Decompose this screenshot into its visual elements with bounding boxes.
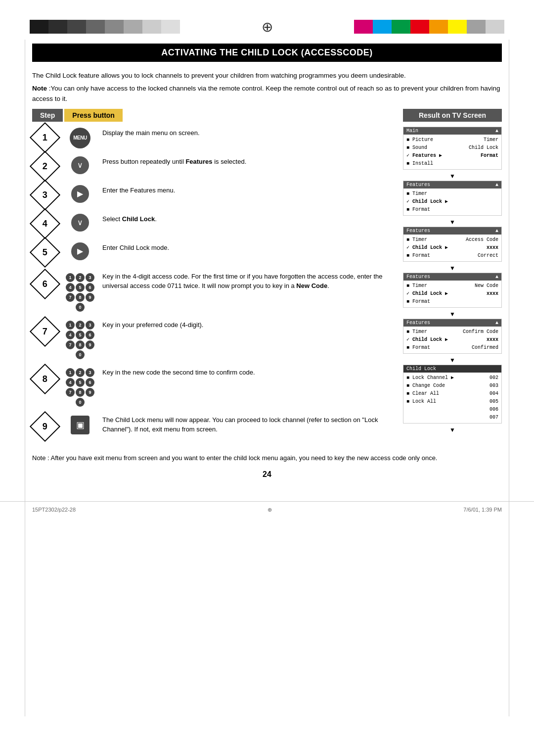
color-block xyxy=(373,20,392,34)
color-block xyxy=(486,20,504,34)
tv-screen-6-body: ■ Lock Channel ▶002 ■ Change Code003 ■ C… xyxy=(403,373,501,423)
page-number: 24 xyxy=(32,470,502,479)
crosshair-icon: ⊕ xyxy=(255,19,279,35)
tv-screen-5-header: Features▲ xyxy=(403,319,501,327)
tv-screen-4-body: ■ TimerNew Code ✓ Child Lock ▶xxxx ■ For… xyxy=(403,281,501,307)
step-row-6: 6 1 2 3 4 5 6 7 8 9 0 xyxy=(32,270,388,312)
note-label: Note xyxy=(32,85,47,92)
chevron-down-button-2[interactable]: ∨ xyxy=(71,214,89,232)
step-row-5: 5 ▶ Enter Child Lock mode. xyxy=(32,241,388,263)
arrow-down-4: ▼ xyxy=(403,311,502,318)
arrow-down-1: ▼ xyxy=(403,173,502,180)
step-4-diamond: 4 xyxy=(30,208,60,239)
step-row-1: 1 MENU Display the main menu on screen. xyxy=(32,127,388,148)
tv-screen-1-body: ■ PictureTimer ■ SoundChild Lock ✓ Featu… xyxy=(403,135,501,169)
step-9-button-col: ▣ xyxy=(63,415,97,434)
color-block xyxy=(67,20,86,34)
step-row-9: 9 ▣ The Child Lock menu will now appear.… xyxy=(32,414,388,437)
tv-screen-1: Main▲ ■ PictureTimer ■ SoundChild Lock ✓… xyxy=(403,127,502,170)
step-1-description: Display the main menu on screen. xyxy=(102,127,388,138)
num-9[interactable]: 9 xyxy=(86,293,94,302)
step-5-description: Enter Child Lock mode. xyxy=(102,241,388,253)
footer-left: 15PT2302/p22-28 xyxy=(32,507,76,513)
step-4-number: 4 xyxy=(43,218,47,229)
color-block xyxy=(429,20,448,34)
menu-button[interactable]: MENU xyxy=(70,128,90,148)
step-2-description: Press button repeatedly until Features i… xyxy=(102,155,388,167)
tv-screen-5-body: ■ TimerConfirm Code ✓ Child Lock ▶xxxx ■… xyxy=(403,327,501,353)
step-3-diamond: 3 xyxy=(30,180,60,210)
color-block xyxy=(354,20,373,34)
step-6-description: Key in the 4-digit access code. For the … xyxy=(102,270,388,291)
step-2-button-col: ∨ xyxy=(63,155,97,174)
num-0[interactable]: 0 xyxy=(76,303,85,312)
num-7[interactable]: 7 xyxy=(66,293,75,302)
tv-screen-3-body: ■ TimerAccess Code ✓ Child Lock ▶xxxx ■ … xyxy=(403,235,501,261)
color-block xyxy=(410,20,429,34)
num-5[interactable]: 5 xyxy=(76,283,85,292)
intro-paragraph-2: Note :You can only have access to the lo… xyxy=(32,84,502,104)
step-5-number: 5 xyxy=(43,247,47,257)
chevron-right-button-2[interactable]: ▶ xyxy=(71,242,89,260)
color-block xyxy=(392,20,410,34)
step-4-description: Select Child Lock. xyxy=(102,213,388,224)
step-row-7: 7 1 2 3 4 5 6 7 8 9 0 xyxy=(32,319,388,359)
footer-right: 7/6/01, 1:39 PM xyxy=(463,507,502,513)
arrow-down-3: ▼ xyxy=(403,265,502,272)
numpad-button-7[interactable]: 1 2 3 4 5 6 7 8 9 0 xyxy=(66,321,94,359)
press-column-header: Press button xyxy=(64,109,123,122)
color-block xyxy=(124,20,142,34)
step-1-number: 1 xyxy=(43,132,47,142)
step-4-button-col: ∨ xyxy=(63,213,97,232)
tv-screen-4-header: Features▲ xyxy=(403,273,501,281)
step-9-number: 9 xyxy=(43,421,47,431)
step-row-8: 8 1 2 3 4 5 6 7 8 9 0 xyxy=(32,366,388,407)
step-8-number: 8 xyxy=(43,374,47,384)
num-1[interactable]: 1 xyxy=(66,273,75,282)
steps-and-screens: 1 MENU Display the main menu on screen. … xyxy=(32,127,502,444)
numpad-button-8[interactable]: 1 2 3 4 5 6 7 8 9 0 xyxy=(66,368,94,407)
color-block xyxy=(105,20,124,34)
tv-screen-2-header: Features▲ xyxy=(403,181,501,189)
color-bar-top: ⊕ xyxy=(0,20,534,34)
tv-screen-2: Features▲ ■ Timer ✓ Child Lock ▶ ■ Forma… xyxy=(403,181,502,216)
arrow-down-6: ▼ xyxy=(403,426,502,433)
step-8-diamond: 8 xyxy=(30,364,60,394)
step-7-button-col: 1 2 3 4 5 6 7 8 9 0 xyxy=(63,320,97,359)
tv-screen-3: Features▲ ■ TimerAccess Code ✓ Child Loc… xyxy=(403,227,502,262)
tv-screen-5: Features▲ ■ TimerConfirm Code ✓ Child Lo… xyxy=(403,319,502,354)
num-3[interactable]: 3 xyxy=(86,273,94,282)
step-column-header: Step xyxy=(32,109,63,122)
color-block xyxy=(48,20,67,34)
num-6[interactable]: 6 xyxy=(86,283,94,292)
step-6-button-col: 1 2 3 4 5 6 7 8 9 0 xyxy=(63,272,97,312)
tv-screen-2-body: ■ Timer ✓ Child Lock ▶ ■ Format xyxy=(403,189,501,215)
step-7-description: Key in your preferred code (4-digit). xyxy=(102,319,388,330)
color-block xyxy=(86,20,105,34)
step-1-button-col: MENU xyxy=(63,127,97,148)
numpad-button-6[interactable]: 1 2 3 4 5 6 7 8 9 0 xyxy=(66,273,94,312)
color-block xyxy=(448,20,467,34)
screen-button[interactable]: ▣ xyxy=(71,416,89,434)
color-block xyxy=(161,20,180,34)
color-block xyxy=(467,20,486,34)
step-9-diamond: 9 xyxy=(30,411,60,442)
chevron-down-button[interactable]: ∨ xyxy=(71,156,89,174)
intro-paragraph-1: The Child Lock feature allows you to loc… xyxy=(32,71,502,81)
step-row-4: 4 ∨ Select Child Lock. xyxy=(32,213,388,235)
footer: 15PT2302/p22-28 ⊕ 7/6/01, 1:39 PM xyxy=(0,501,534,518)
step-6-diamond: 6 xyxy=(30,269,60,299)
num-4[interactable]: 4 xyxy=(66,283,75,292)
num-2[interactable]: 2 xyxy=(76,273,85,282)
arrow-down-2: ▼ xyxy=(403,219,502,226)
tv-screen-4: Features▲ ■ TimerNew Code ✓ Child Lock ▶… xyxy=(403,273,502,308)
chevron-right-button[interactable]: ▶ xyxy=(71,185,89,203)
step-7-number: 7 xyxy=(43,326,47,336)
step-9-description: The Child Lock menu will now appear. You… xyxy=(102,414,388,434)
title-text: Activating the Child Lock (AccessCode) xyxy=(161,47,372,57)
page-content: Activating the Child Lock (AccessCode) T… xyxy=(0,34,534,496)
num-8[interactable]: 8 xyxy=(76,293,85,302)
result-column-header: Result on TV Screen xyxy=(403,109,502,122)
intro-text: The Child Lock feature allows you to loc… xyxy=(32,71,502,104)
step-row-2: 2 ∨ Press button repeatedly until Featur… xyxy=(32,155,388,177)
